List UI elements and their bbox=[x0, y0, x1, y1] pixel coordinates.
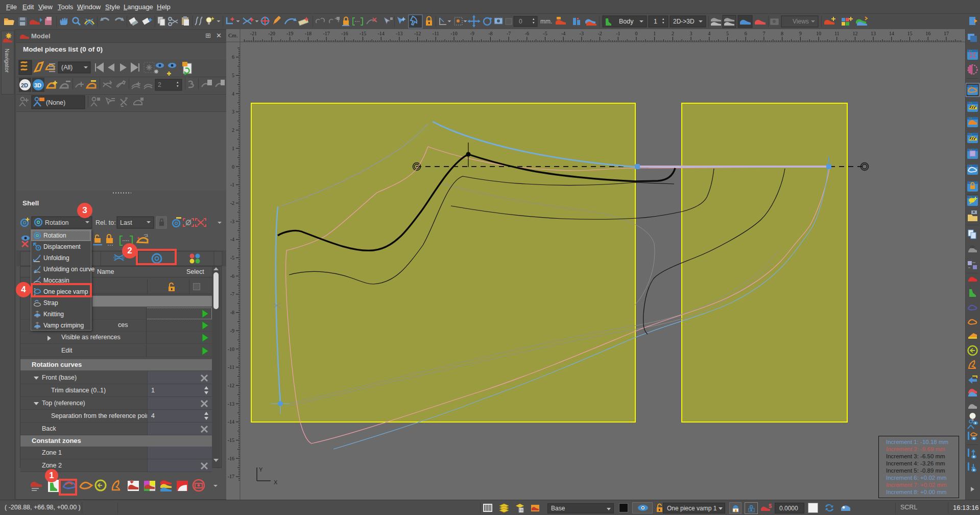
svg-text:2D: 2D bbox=[21, 82, 28, 88]
svg-text:9: 9 bbox=[799, 31, 802, 36]
svg-text:-2: -2 bbox=[230, 200, 234, 206]
svg-text:-4: -4 bbox=[561, 31, 565, 36]
svg-text:-15: -15 bbox=[360, 31, 366, 36]
svg-text:(None): (None) bbox=[46, 99, 65, 106]
svg-text:13: 13 bbox=[871, 31, 876, 36]
svg-text:17: 17 bbox=[944, 31, 949, 36]
svg-text:-15: -15 bbox=[228, 437, 234, 443]
svg-text:-13: -13 bbox=[396, 31, 402, 36]
svg-text:-3: -3 bbox=[580, 31, 584, 36]
svg-text:11: 11 bbox=[834, 31, 840, 36]
svg-text:-10: -10 bbox=[228, 346, 234, 352]
svg-text:X: X bbox=[274, 479, 278, 485]
svg-text:$: $ bbox=[769, 503, 772, 509]
svg-text:2: 2 bbox=[232, 127, 234, 133]
svg-text:-7: -7 bbox=[230, 291, 234, 297]
svg-text:-12: -12 bbox=[414, 31, 421, 36]
svg-text:3: 3 bbox=[690, 31, 692, 36]
svg-text:2: 2 bbox=[672, 31, 674, 36]
svg-text:-21: -21 bbox=[250, 31, 257, 36]
svg-text:-11: -11 bbox=[228, 364, 234, 370]
svg-text:-13: -13 bbox=[228, 401, 234, 407]
svg-text:6: 6 bbox=[745, 31, 747, 36]
svg-text:-12: -12 bbox=[228, 383, 234, 388]
svg-text:0: 0 bbox=[519, 18, 522, 25]
svg-text:4: 4 bbox=[232, 91, 234, 97]
svg-text:-17: -17 bbox=[323, 31, 329, 36]
svg-text:-6: -6 bbox=[230, 273, 234, 279]
svg-text:5: 5 bbox=[726, 31, 729, 36]
svg-text:14: 14 bbox=[889, 31, 894, 36]
svg-text:16: 16 bbox=[925, 31, 930, 36]
svg-text:1: 1 bbox=[654, 18, 657, 25]
svg-text:Views: Views bbox=[793, 18, 809, 25]
svg-text:-18: -18 bbox=[305, 31, 312, 36]
svg-text:2: 2 bbox=[158, 81, 161, 88]
svg-text:10: 10 bbox=[816, 31, 821, 36]
svg-text:-8: -8 bbox=[488, 31, 492, 36]
svg-text:0: 0 bbox=[635, 31, 638, 36]
svg-text:Rel. to:: Rel. to: bbox=[95, 219, 116, 226]
svg-text:-14: -14 bbox=[378, 31, 385, 36]
svg-text:(All): (All) bbox=[61, 64, 73, 71]
svg-text:12: 12 bbox=[852, 31, 857, 36]
svg-text:-1: -1 bbox=[616, 31, 620, 36]
svg-text:-9: -9 bbox=[470, 31, 474, 36]
svg-text:7: 7 bbox=[762, 31, 765, 36]
svg-text:-9: -9 bbox=[230, 328, 234, 334]
svg-text:Y: Y bbox=[259, 466, 263, 473]
svg-text:-16: -16 bbox=[341, 31, 348, 36]
svg-text:-6: -6 bbox=[525, 31, 529, 36]
svg-text:Body: Body bbox=[619, 18, 634, 25]
svg-text:-14: -14 bbox=[228, 419, 234, 425]
svg-text:-2: -2 bbox=[597, 31, 602, 36]
svg-text:-7: -7 bbox=[507, 31, 511, 36]
svg-text:3: 3 bbox=[232, 109, 234, 114]
svg-text:0: 0 bbox=[232, 164, 234, 170]
svg-text:5: 5 bbox=[232, 73, 234, 78]
svg-text:-4: -4 bbox=[230, 237, 234, 242]
svg-text:-16: -16 bbox=[228, 456, 234, 461]
svg-text:mm.: mm. bbox=[540, 18, 552, 25]
svg-text:15: 15 bbox=[907, 31, 913, 36]
svg-text:-20: -20 bbox=[268, 31, 275, 36]
svg-text:1: 1 bbox=[653, 31, 656, 36]
svg-text:-10: -10 bbox=[450, 31, 457, 36]
svg-text:Rotation: Rotation bbox=[45, 219, 69, 226]
svg-text:6: 6 bbox=[232, 54, 234, 60]
svg-text:-17: -17 bbox=[228, 474, 234, 479]
svg-text:1: 1 bbox=[232, 146, 234, 151]
svg-text:2D->3D: 2D->3D bbox=[673, 18, 695, 25]
svg-text:-3: -3 bbox=[230, 219, 234, 224]
svg-text:-11: -11 bbox=[433, 31, 439, 36]
svg-text:4: 4 bbox=[708, 31, 710, 36]
svg-text:-19: -19 bbox=[286, 31, 293, 36]
svg-text:3D: 3D bbox=[34, 82, 41, 88]
svg-text:-8: -8 bbox=[230, 310, 234, 315]
svg-text:Last: Last bbox=[120, 219, 132, 226]
svg-text:-5: -5 bbox=[543, 31, 547, 36]
svg-text:-1: -1 bbox=[230, 182, 234, 188]
svg-text:-5: -5 bbox=[230, 255, 234, 261]
svg-text:Cm.: Cm. bbox=[228, 32, 238, 38]
svg-text:8: 8 bbox=[781, 31, 783, 36]
